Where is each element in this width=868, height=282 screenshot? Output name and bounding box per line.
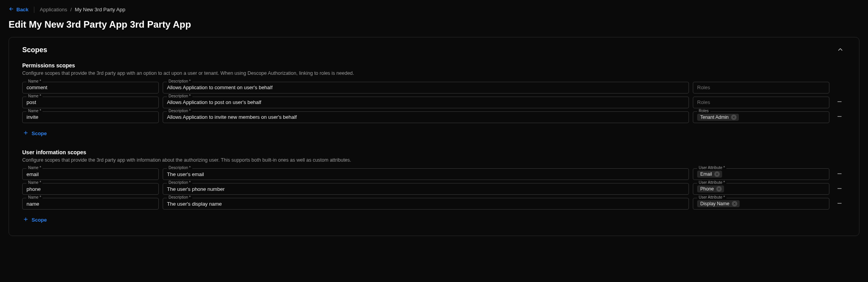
field-label: Name * [27,94,43,98]
attr-chip-label: Phone [700,186,714,192]
card-title: Scopes [22,46,47,54]
remove-chip-icon[interactable] [731,115,737,120]
attr-chip-label: Display Name [700,201,730,206]
field-label: Name * [27,79,43,83]
roles-input[interactable] [697,97,825,107]
field: Description * [163,82,689,93]
role-chip-label: Tenant Admin [700,115,729,120]
userinfo-desc-input[interactable] [167,169,685,179]
arrow-left-icon [9,6,14,13]
permissions-heading: Permissions scopes [22,62,846,69]
userinfo-row: Name * Description * User Attribute *Dis… [22,198,846,210]
userinfo-desc-input[interactable] [167,199,685,209]
breadcrumb-current: My New 3rd Party App [75,7,125,12]
remove-row-button[interactable] [835,169,844,180]
back-link[interactable]: Back [9,6,28,13]
attr-chips[interactable]: Display Name [697,199,740,208]
plus-icon [23,130,28,137]
userinfo-row: Name * Description * User Attribute *Pho… [22,183,846,195]
field-label: Roles [697,109,710,113]
row-action [833,168,846,180]
field-label: Description * [167,181,192,185]
field: Name * [22,198,159,210]
field-label: User Attribute * [697,181,726,185]
add-permission-scope-label: Scope [32,130,47,136]
minus-icon [836,172,843,178]
page-title: Edit My New 3rd Party App 3rd Party App [0,16,868,37]
minus-icon [836,100,843,106]
field: Name * [22,183,159,195]
row-action [833,198,846,210]
userinfo-desc-input[interactable] [167,184,685,194]
userinfo-section: User information scopes Configure scopes… [22,149,846,225]
userinfo-name-input[interactable] [27,199,154,209]
breadcrumb-sep: / [70,7,72,12]
field-label: User Attribute * [697,196,726,199]
attr-chip-label: Email [700,171,712,177]
userinfo-row: Name * Description * User Attribute *Ema… [22,168,846,180]
field-label: Description * [167,94,192,98]
userinfo-name-input[interactable] [27,184,154,194]
perm-desc-input[interactable] [167,97,685,107]
field-label: Name * [27,109,43,113]
row-action-empty [833,82,846,93]
perm-name-input[interactable] [27,112,154,122]
perm-desc-input[interactable] [167,83,685,92]
remove-chip-icon[interactable] [716,186,722,192]
field: Name * [22,82,159,93]
minus-icon [836,202,843,208]
attr-chips[interactable]: Email [697,169,722,179]
user-attribute-field: User Attribute *Email [693,168,829,180]
userinfo-desc: Configure scopes that provide the 3rd pa… [22,157,846,164]
remove-chip-icon[interactable] [732,201,737,206]
attr-chip: Email [697,171,722,178]
field-label: Description * [167,196,192,199]
breadcrumb-root[interactable]: Applications [40,7,67,12]
user-attribute-field: User Attribute *Phone [693,183,829,195]
roles-field [693,97,829,108]
collapse-button[interactable] [835,44,846,55]
remove-chip-icon[interactable] [714,171,720,177]
add-permission-scope-button[interactable]: Scope [22,129,48,138]
remove-row-button[interactable] [835,112,844,122]
field-label: Description * [167,109,192,113]
roles-chips[interactable]: Tenant Admin [697,113,739,122]
remove-row-button[interactable] [835,199,844,209]
roles-field: RolesTenant Admin [693,111,829,123]
add-userinfo-scope-label: Scope [32,217,47,223]
attr-chips[interactable]: Phone [697,184,724,194]
back-label: Back [16,7,28,12]
row-action [833,183,846,195]
permissions-desc: Configure scopes that provide the 3rd pa… [22,70,846,77]
field: Description * [163,111,689,123]
userinfo-name-input[interactable] [27,169,154,179]
field-label: Name * [27,196,43,199]
permissions-section: Permissions scopes Configure scopes that… [22,62,846,138]
field: Description * [163,198,689,210]
userinfo-heading: User information scopes [22,149,846,155]
remove-row-button[interactable] [835,184,844,194]
separator [34,7,34,13]
perm-name-input[interactable] [27,83,154,92]
perm-name-input[interactable] [27,97,154,107]
chevron-up-icon [837,46,844,54]
field: Name * [22,168,159,180]
field-label: Description * [167,79,192,83]
plus-icon [23,217,28,223]
field: Name * [22,111,159,123]
remove-row-button[interactable] [835,97,844,108]
roles-input[interactable] [697,83,825,92]
field: Description * [163,97,689,108]
field-label: User Attribute * [697,166,726,170]
field-label: Description * [167,166,192,170]
add-userinfo-scope-button[interactable]: Scope [22,215,48,225]
attr-chip: Display Name [697,200,740,207]
minus-icon [836,115,843,121]
row-action [833,97,846,108]
perm-desc-input[interactable] [167,112,685,122]
scopes-card: Scopes Permissions scopes Configure scop… [9,37,859,236]
permission-row: Name * Description * [22,97,846,108]
minus-icon [836,187,843,193]
field: Name * [22,97,159,108]
field-label: Name * [27,181,43,185]
